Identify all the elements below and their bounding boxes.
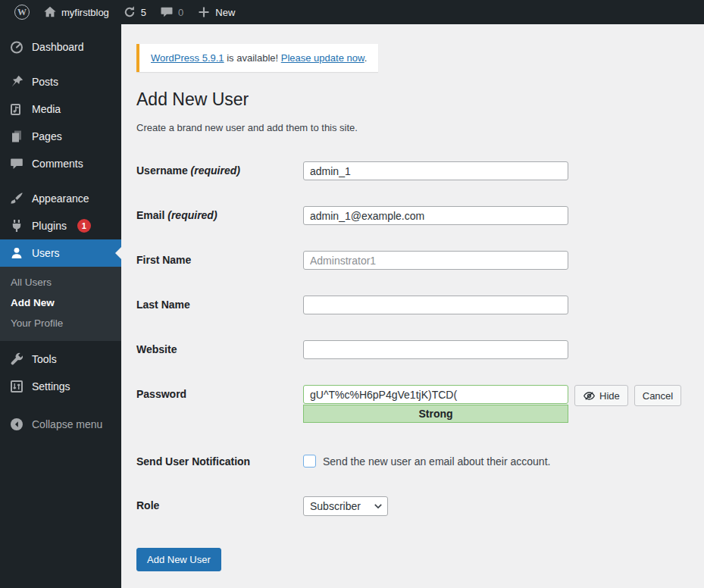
comment-bubble-icon	[9, 156, 24, 171]
comments-count: 0	[178, 7, 183, 18]
submenu-item-all-users[interactable]: All Users	[0, 272, 121, 292]
admin-sidebar: Dashboard Posts Media Pages Comments App…	[0, 24, 121, 588]
settings-sliders-icon	[9, 379, 24, 394]
comments-menu[interactable]: 0	[153, 0, 190, 24]
sidebar-item-pages[interactable]: Pages	[0, 123, 121, 150]
sidebar-item-settings[interactable]: Settings	[0, 373, 121, 400]
first-name-label: First Name	[136, 251, 303, 270]
plugins-update-badge: 1	[77, 219, 91, 233]
role-row: Role Subscriber	[136, 496, 689, 516]
site-name-menu[interactable]: myfirstblog	[36, 0, 116, 24]
sidebar-item-label: Users	[32, 246, 60, 260]
password-input[interactable]	[303, 385, 568, 404]
notice-text: is available!	[224, 52, 281, 64]
page-description: Create a brand new user and add them to …	[136, 122, 689, 133]
username-row: Username (required)	[136, 161, 689, 180]
last-name-label: Last Name	[136, 296, 303, 314]
collapse-menu-button[interactable]: Collapse menu	[0, 411, 121, 438]
sidebar-item-label: Tools	[32, 352, 57, 366]
user-icon	[9, 246, 24, 261]
sidebar-item-dashboard[interactable]: Dashboard	[0, 33, 121, 61]
password-label: Password	[136, 385, 303, 423]
cancel-password-button[interactable]: Cancel	[634, 385, 681, 406]
eye-slash-icon	[583, 389, 596, 402]
sidebar-item-plugins[interactable]: Plugins 1	[0, 212, 121, 239]
sidebar-item-label: Media	[32, 102, 61, 116]
website-input[interactable]	[303, 340, 568, 359]
required-hint: (required)	[167, 209, 217, 221]
wordpress-logo-icon: W	[14, 5, 30, 20]
last-name-input[interactable]	[303, 296, 568, 314]
collapse-arrow-icon	[9, 417, 24, 432]
new-content-menu[interactable]: New	[190, 0, 242, 24]
sidebar-item-media[interactable]: Media	[0, 95, 121, 123]
website-label: Website	[136, 340, 303, 359]
sidebar-item-label: Collapse menu	[32, 418, 102, 431]
first-name-input[interactable]	[303, 251, 568, 270]
first-name-row: First Name	[136, 251, 689, 270]
admin-bar: W myfirstblog 5 0 New	[0, 0, 704, 24]
users-submenu: All Users Add New Your Profile	[0, 267, 121, 341]
sidebar-item-label: Comments	[32, 157, 83, 170]
email-input[interactable]	[303, 206, 568, 225]
password-row: Password Strong Hide Cancel	[136, 385, 689, 423]
send-notification-checkbox[interactable]	[303, 455, 316, 468]
wordpress-version-link[interactable]: WordPress 5.9.1	[151, 52, 224, 64]
page-title: Add New User	[136, 89, 689, 111]
updates-count: 5	[141, 7, 146, 18]
home-icon	[43, 5, 57, 19]
last-name-row: Last Name	[136, 296, 689, 314]
sidebar-item-comments[interactable]: Comments	[0, 150, 121, 177]
sidebar-item-label: Pages	[32, 130, 62, 143]
wp-logo-menu[interactable]: W	[8, 0, 36, 24]
notification-row: Send User Notification Send the new user…	[136, 455, 689, 468]
sidebar-item-label: Settings	[32, 380, 70, 393]
plus-icon	[197, 5, 211, 19]
plug-icon	[9, 218, 24, 233]
required-hint: (required)	[191, 164, 240, 177]
wrench-icon	[9, 352, 24, 367]
pushpin-icon	[9, 74, 24, 89]
add-user-form: Username (required) Email (required) Fir…	[136, 161, 689, 571]
dashboard-gauge-icon	[9, 39, 24, 55]
email-label: Email (required)	[136, 206, 303, 225]
update-notice: WordPress 5.9.1 is available! Please upd…	[136, 44, 378, 72]
sidebar-item-appearance[interactable]: Appearance	[0, 185, 121, 212]
password-strength-meter: Strong	[303, 405, 568, 423]
add-new-user-button[interactable]: Add New User	[136, 548, 221, 571]
notice-period: .	[365, 52, 368, 64]
sidebar-item-label: Dashboard	[32, 40, 84, 54]
hide-password-button[interactable]: Hide	[574, 385, 628, 406]
submenu-item-your-profile[interactable]: Your Profile	[0, 313, 121, 333]
updates-icon	[123, 5, 136, 19]
main-content: WordPress 5.9.1 is available! Please upd…	[121, 24, 704, 588]
comment-bubble-icon	[160, 5, 174, 19]
role-select[interactable]: Subscriber	[303, 496, 388, 516]
media-icon	[9, 102, 24, 117]
site-name-label: myfirstblog	[61, 7, 109, 18]
sidebar-item-posts[interactable]: Posts	[0, 68, 121, 95]
updates-menu[interactable]: 5	[116, 0, 153, 24]
notification-label: Send User Notification	[136, 455, 303, 468]
role-label: Role	[136, 496, 303, 516]
website-row: Website	[136, 340, 689, 359]
selected-item-arrow	[115, 247, 121, 259]
sidebar-item-label: Plugins	[32, 219, 67, 233]
email-row: Email (required)	[136, 206, 689, 225]
username-input[interactable]	[303, 161, 568, 180]
new-label: New	[215, 7, 235, 18]
sidebar-item-label: Appearance	[32, 192, 89, 205]
sidebar-item-users[interactable]: Users	[0, 239, 121, 267]
sidebar-item-label: Posts	[32, 75, 58, 89]
username-label: Username (required)	[136, 161, 303, 180]
notification-checkbox-label: Send the new user an email about their a…	[323, 455, 550, 468]
pages-icon	[9, 129, 24, 144]
sidebar-item-tools[interactable]: Tools	[0, 346, 121, 373]
submenu-item-add-new[interactable]: Add New	[0, 292, 121, 313]
update-now-link[interactable]: Please update now	[281, 52, 365, 64]
paintbrush-icon	[9, 191, 24, 206]
